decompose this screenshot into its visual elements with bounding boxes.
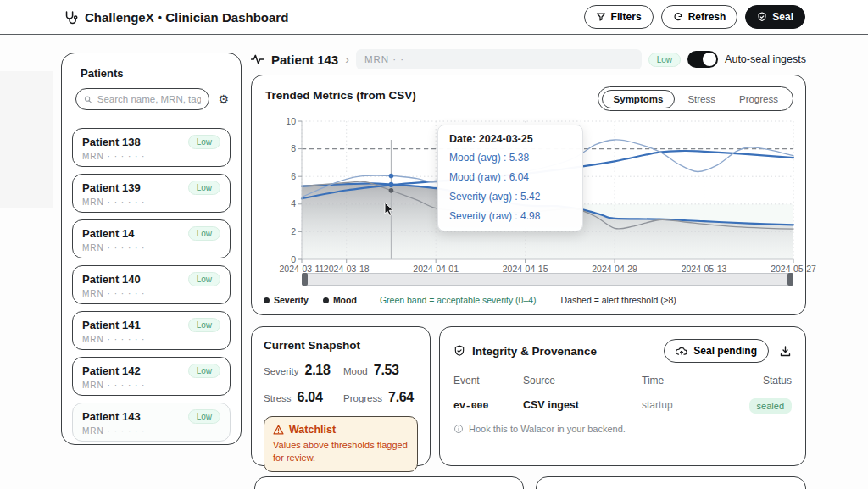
table-cell: ev-000 <box>453 400 523 411</box>
chart-title: Trended Metrics (from CSV) <box>265 89 416 102</box>
tab-stress[interactable]: Stress <box>676 91 726 108</box>
table-cell: startup <box>642 399 749 411</box>
integrity-provenance-card: Integrity & Provenance Seal pending Even… <box>439 326 806 466</box>
metric-label: Severity <box>264 366 299 376</box>
tooltip-date: Date: 2024-03-25 <box>449 133 571 145</box>
search-icon <box>84 95 92 104</box>
patient-mrn: MRN · · · · · · <box>82 152 220 161</box>
patient-list: Patient 138 Low MRN · · · · · · Patient … <box>72 128 231 442</box>
watchlist-alert: Watchlist Values above thresholds flagge… <box>264 416 418 472</box>
metric-label: Mood <box>343 366 368 376</box>
patient-name: Patient 138 <box>82 136 141 148</box>
svg-text:8: 8 <box>291 143 296 153</box>
snapshot-metric: Stress 6.04 <box>264 390 338 405</box>
patient-mrn: MRN · · · · · · <box>82 426 220 436</box>
patient-mrn: MRN · · · · · · <box>82 289 220 298</box>
snapshot-metric: Mood 7.53 <box>343 363 418 378</box>
risk-badge: Low <box>188 181 220 195</box>
risk-badge: Low <box>188 135 220 149</box>
bottom-card-left <box>254 476 524 489</box>
patient-mrn: MRN · · · · · · <box>82 243 220 253</box>
patient-mrn-bar: MRN · · <box>356 49 642 69</box>
shield-icon <box>453 345 465 357</box>
patients-title: Patients <box>81 67 231 80</box>
chart-tooltip: Date: 2024-03-25 Mood (avg) : 5.38 Mood … <box>437 125 583 231</box>
auto-seal-toggle[interactable] <box>687 51 718 68</box>
app-brand: ChallengeX • Clinician Dashboard <box>64 10 288 25</box>
patient-list-item[interactable]: Patient 14 Low MRN · · · · · · <box>72 219 231 258</box>
svg-text:4: 4 <box>291 198 296 208</box>
divider <box>74 119 229 119</box>
snapshot-metric: Progress 7.64 <box>343 390 418 405</box>
seal-pending-button[interactable]: Seal pending <box>664 339 769 363</box>
patient-list-item[interactable]: Patient 143 Low MRN · · · · · · <box>72 403 231 442</box>
metric-value: 7.64 <box>388 390 414 405</box>
patient-list-item[interactable]: Patient 140 Low MRN · · · · · · <box>72 265 231 304</box>
patient-search-input[interactable] <box>97 94 202 104</box>
risk-badge: Low <box>188 409 220 424</box>
status-cell: sealed <box>749 397 792 413</box>
provenance-table: EventSourceTimeStatusev-000CSV ingeststa… <box>453 375 792 413</box>
activity-icon <box>251 53 264 65</box>
snapshot-metrics: Severity 2.18 Mood 7.53 Stress 6.04 Prog… <box>264 363 418 405</box>
tab-symptoms[interactable]: Symptoms <box>602 90 676 108</box>
metric-label: Progress <box>343 393 382 403</box>
filters-button[interactable]: Filters <box>584 5 654 29</box>
patients-panel: Patients ⚙ Patient 138 Low MRN · · · · ·… <box>61 53 242 445</box>
trended-metrics-card: Trended Metrics (from CSV) Symptoms Stre… <box>251 75 806 315</box>
patient-name: Patient 141 <box>82 319 141 331</box>
download-icon[interactable] <box>779 345 792 358</box>
patient-list-item[interactable]: Patient 138 Low MRN · · · · · · <box>72 128 231 167</box>
patient-header: Patient 143 › MRN · · Low Auto-seal inge… <box>251 48 806 70</box>
patient-risk-badge: Low <box>648 53 681 67</box>
patient-list-item[interactable]: Patient 139 Low MRN · · · · · · <box>72 174 231 213</box>
table-header: Status <box>749 375 792 386</box>
current-snapshot-card: Current Snapshot Severity 2.18 Mood 7.53… <box>251 326 431 466</box>
patient-list-item[interactable]: Patient 141 Low MRN · · · · · · <box>72 311 231 350</box>
patient-mrn: MRN · · · · · · <box>82 335 220 344</box>
table-header: Event <box>453 375 523 386</box>
mood-dot-icon <box>323 297 329 303</box>
bottom-card-right <box>536 476 806 489</box>
risk-badge: Low <box>188 364 220 378</box>
metric-value: 6.04 <box>298 390 323 405</box>
risk-badge: Low <box>188 272 220 286</box>
patient-mrn: MRN · · · · · · <box>82 197 220 207</box>
shield-check-icon <box>757 12 767 22</box>
seal-button[interactable]: Seal <box>745 5 805 29</box>
snapshot-title: Current Snapshot <box>264 339 418 352</box>
svg-text:2: 2 <box>291 226 296 236</box>
top-bar: ChallengeX • Clinician Dashboard Filters… <box>0 0 868 35</box>
tab-progress[interactable]: Progress <box>728 91 789 108</box>
legend-green-band: Green band = acceptable severity (0–4) <box>380 295 537 305</box>
patient-header-name: Patient 143 <box>271 53 338 67</box>
metric-value: 2.18 <box>305 363 331 378</box>
metric-label: Stress <box>264 393 292 403</box>
patient-name: Patient 14 <box>82 227 134 240</box>
svg-text:0: 0 <box>291 254 296 264</box>
watchlist-title: Watchlist <box>289 424 336 436</box>
risk-badge: Low <box>188 318 220 332</box>
patient-name: Patient 143 <box>82 410 141 423</box>
toggle-knob <box>703 53 716 66</box>
brush-handle-left[interactable] <box>302 273 308 286</box>
table-header: Source <box>523 375 642 386</box>
provenance-footer: Hook this to Walacor in your backend. <box>469 424 626 434</box>
seal-pending-label: Seal pending <box>693 345 757 357</box>
patient-search[interactable] <box>75 88 209 110</box>
legend-mood: Mood <box>333 295 357 305</box>
watchlist-body: Values above thresholds flagged for revi… <box>273 439 409 464</box>
filters-label: Filters <box>611 11 642 23</box>
chart-brush-scrollbar[interactable] <box>302 273 793 286</box>
patient-list-item[interactable]: Patient 142 Low MRN · · · · · · <box>72 357 231 396</box>
brush-handle-right[interactable] <box>787 273 793 286</box>
table-cell: CSV ingest <box>523 399 642 411</box>
refresh-button[interactable]: Refresh <box>661 5 738 29</box>
background-wash <box>0 71 53 208</box>
info-icon <box>453 424 464 434</box>
risk-badge: Low <box>188 226 220 241</box>
svg-text:10: 10 <box>286 116 296 126</box>
tooltip-line: Mood (avg) : 5.38 <box>449 152 571 164</box>
settings-gear-icon[interactable]: ⚙ <box>218 93 229 105</box>
chart-tabs: Symptoms Stress Progress <box>598 86 793 111</box>
